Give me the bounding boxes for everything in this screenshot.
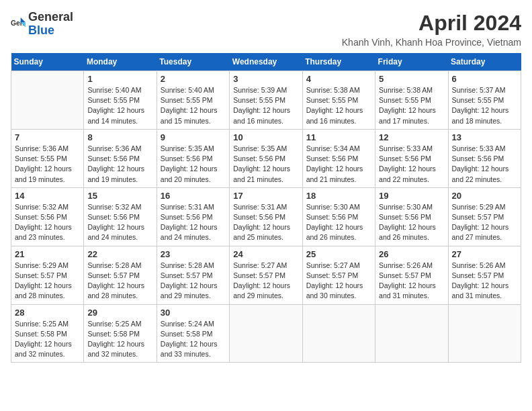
calendar-cell: 15Sunrise: 5:32 AM Sunset: 5:56 PM Dayli… xyxy=(84,187,157,246)
day-number: 23 xyxy=(161,249,226,259)
logo-general: General Blue xyxy=(28,11,73,38)
day-info: Sunrise: 5:31 AM Sunset: 5:56 PM Dayligh… xyxy=(161,202,226,243)
day-number: 26 xyxy=(379,249,444,259)
day-number: 16 xyxy=(161,191,226,201)
day-number: 14 xyxy=(15,191,80,201)
week-row-2: 7Sunrise: 5:36 AM Sunset: 5:55 PM Daylig… xyxy=(11,129,521,187)
day-info: Sunrise: 5:39 AM Sunset: 5:55 PM Dayligh… xyxy=(233,85,298,126)
calendar-cell: 30Sunrise: 5:24 AM Sunset: 5:58 PM Dayli… xyxy=(157,304,229,363)
day-info: Sunrise: 5:29 AM Sunset: 5:57 PM Dayligh… xyxy=(15,261,80,302)
day-number: 2 xyxy=(161,74,226,84)
day-number: 9 xyxy=(161,132,226,142)
calendar-cell: 14Sunrise: 5:32 AM Sunset: 5:56 PM Dayli… xyxy=(11,187,84,246)
day-info: Sunrise: 5:32 AM Sunset: 5:56 PM Dayligh… xyxy=(15,202,80,243)
calendar-cell: 13Sunrise: 5:33 AM Sunset: 5:56 PM Dayli… xyxy=(448,129,521,187)
calendar-cell: 19Sunrise: 5:30 AM Sunset: 5:56 PM Dayli… xyxy=(375,187,448,246)
calendar-cell: 1Sunrise: 5:40 AM Sunset: 5:55 PM Daylig… xyxy=(84,71,157,130)
calendar-cell: 9Sunrise: 5:35 AM Sunset: 5:56 PM Daylig… xyxy=(157,129,229,187)
week-row-1: 1Sunrise: 5:40 AM Sunset: 5:55 PM Daylig… xyxy=(11,71,521,130)
calendar-cell: 3Sunrise: 5:39 AM Sunset: 5:55 PM Daylig… xyxy=(230,71,302,130)
day-info: Sunrise: 5:27 AM Sunset: 5:57 PM Dayligh… xyxy=(233,261,298,302)
day-info: Sunrise: 5:34 AM Sunset: 5:56 PM Dayligh… xyxy=(306,144,371,185)
month-title: April 2024 xyxy=(342,11,521,36)
calendar-cell: 5Sunrise: 5:38 AM Sunset: 5:55 PM Daylig… xyxy=(375,71,448,130)
day-number: 7 xyxy=(15,132,80,142)
day-number: 1 xyxy=(87,74,152,84)
calendar-cell: 26Sunrise: 5:26 AM Sunset: 5:57 PM Dayli… xyxy=(375,246,448,304)
header-day-monday: Monday xyxy=(84,53,157,71)
calendar-cell: 16Sunrise: 5:31 AM Sunset: 5:56 PM Dayli… xyxy=(157,187,229,246)
calendar-cell: 22Sunrise: 5:28 AM Sunset: 5:57 PM Dayli… xyxy=(84,246,157,304)
day-info: Sunrise: 5:38 AM Sunset: 5:55 PM Dayligh… xyxy=(306,85,371,126)
day-number: 28 xyxy=(15,308,80,318)
day-number: 25 xyxy=(306,249,371,259)
day-number: 3 xyxy=(233,74,298,84)
day-info: Sunrise: 5:37 AM Sunset: 5:55 PM Dayligh… xyxy=(452,85,517,126)
day-info: Sunrise: 5:35 AM Sunset: 5:56 PM Dayligh… xyxy=(233,144,298,185)
location-subtitle: Khanh Vinh, Khanh Hoa Province, Vietnam xyxy=(342,37,521,48)
calendar-header-row: SundayMondayTuesdayWednesdayThursdayFrid… xyxy=(11,53,521,71)
day-info: Sunrise: 5:40 AM Sunset: 5:55 PM Dayligh… xyxy=(87,85,152,126)
calendar-cell: 28Sunrise: 5:25 AM Sunset: 5:58 PM Dayli… xyxy=(11,304,84,363)
header-day-wednesday: Wednesday xyxy=(230,53,302,71)
day-info: Sunrise: 5:32 AM Sunset: 5:56 PM Dayligh… xyxy=(87,202,152,243)
day-info: Sunrise: 5:38 AM Sunset: 5:55 PM Dayligh… xyxy=(379,85,444,126)
day-number: 22 xyxy=(87,249,152,259)
calendar-cell: 29Sunrise: 5:25 AM Sunset: 5:58 PM Dayli… xyxy=(84,304,157,363)
calendar-cell xyxy=(302,304,375,363)
day-number: 5 xyxy=(379,74,444,84)
header-day-saturday: Saturday xyxy=(448,53,521,71)
calendar-cell: 6Sunrise: 5:37 AM Sunset: 5:55 PM Daylig… xyxy=(448,71,521,130)
day-number: 20 xyxy=(452,191,517,201)
logo: Gen General Blue xyxy=(11,11,73,38)
day-number: 24 xyxy=(233,249,298,259)
header: Gen General Blue April 2024 Khanh Vinh, … xyxy=(11,11,521,48)
day-info: Sunrise: 5:33 AM Sunset: 5:56 PM Dayligh… xyxy=(452,144,517,185)
day-number: 6 xyxy=(452,74,517,84)
day-number: 11 xyxy=(306,132,371,142)
day-info: Sunrise: 5:25 AM Sunset: 5:58 PM Dayligh… xyxy=(15,319,80,360)
week-row-4: 21Sunrise: 5:29 AM Sunset: 5:57 PM Dayli… xyxy=(11,246,521,304)
title-section: April 2024 Khanh Vinh, Khanh Hoa Provinc… xyxy=(342,11,521,48)
header-day-sunday: Sunday xyxy=(11,53,84,71)
calendar-cell xyxy=(230,304,302,363)
day-info: Sunrise: 5:27 AM Sunset: 5:57 PM Dayligh… xyxy=(306,261,371,302)
calendar-cell: 24Sunrise: 5:27 AM Sunset: 5:57 PM Dayli… xyxy=(230,246,302,304)
header-day-thursday: Thursday xyxy=(302,53,375,71)
day-info: Sunrise: 5:24 AM Sunset: 5:58 PM Dayligh… xyxy=(161,319,226,360)
header-day-tuesday: Tuesday xyxy=(157,53,229,71)
day-info: Sunrise: 5:40 AM Sunset: 5:55 PM Dayligh… xyxy=(161,85,226,126)
day-number: 10 xyxy=(233,132,298,142)
day-info: Sunrise: 5:30 AM Sunset: 5:56 PM Dayligh… xyxy=(379,202,444,243)
calendar-cell: 23Sunrise: 5:28 AM Sunset: 5:57 PM Dayli… xyxy=(157,246,229,304)
day-info: Sunrise: 5:30 AM Sunset: 5:56 PM Dayligh… xyxy=(306,202,371,243)
day-info: Sunrise: 5:26 AM Sunset: 5:57 PM Dayligh… xyxy=(379,261,444,302)
day-info: Sunrise: 5:28 AM Sunset: 5:57 PM Dayligh… xyxy=(87,261,152,302)
day-info: Sunrise: 5:28 AM Sunset: 5:57 PM Dayligh… xyxy=(161,261,226,302)
calendar-cell: 17Sunrise: 5:31 AM Sunset: 5:56 PM Dayli… xyxy=(230,187,302,246)
day-number: 17 xyxy=(233,191,298,201)
calendar-cell: 4Sunrise: 5:38 AM Sunset: 5:55 PM Daylig… xyxy=(302,71,375,130)
week-row-3: 14Sunrise: 5:32 AM Sunset: 5:56 PM Dayli… xyxy=(11,187,521,246)
calendar-cell: 2Sunrise: 5:40 AM Sunset: 5:55 PM Daylig… xyxy=(157,71,229,130)
day-number: 8 xyxy=(87,132,152,142)
calendar-cell xyxy=(11,71,84,130)
calendar-cell: 7Sunrise: 5:36 AM Sunset: 5:55 PM Daylig… xyxy=(11,129,84,187)
calendar-cell: 8Sunrise: 5:36 AM Sunset: 5:56 PM Daylig… xyxy=(84,129,157,187)
day-number: 29 xyxy=(87,308,152,318)
calendar-cell: 20Sunrise: 5:29 AM Sunset: 5:57 PM Dayli… xyxy=(448,187,521,246)
day-number: 18 xyxy=(306,191,371,201)
calendar-cell: 18Sunrise: 5:30 AM Sunset: 5:56 PM Dayli… xyxy=(302,187,375,246)
logo-icon: Gen xyxy=(11,15,26,33)
day-number: 13 xyxy=(452,132,517,142)
day-info: Sunrise: 5:36 AM Sunset: 5:55 PM Dayligh… xyxy=(15,144,80,185)
calendar-table: SundayMondayTuesdayWednesdayThursdayFrid… xyxy=(11,53,521,363)
day-number: 30 xyxy=(161,308,226,318)
calendar-cell xyxy=(448,304,521,363)
calendar-cell xyxy=(375,304,448,363)
calendar-cell: 11Sunrise: 5:34 AM Sunset: 5:56 PM Dayli… xyxy=(302,129,375,187)
day-number: 15 xyxy=(87,191,152,201)
day-info: Sunrise: 5:29 AM Sunset: 5:57 PM Dayligh… xyxy=(452,202,517,243)
day-number: 19 xyxy=(379,191,444,201)
day-info: Sunrise: 5:31 AM Sunset: 5:56 PM Dayligh… xyxy=(233,202,298,243)
